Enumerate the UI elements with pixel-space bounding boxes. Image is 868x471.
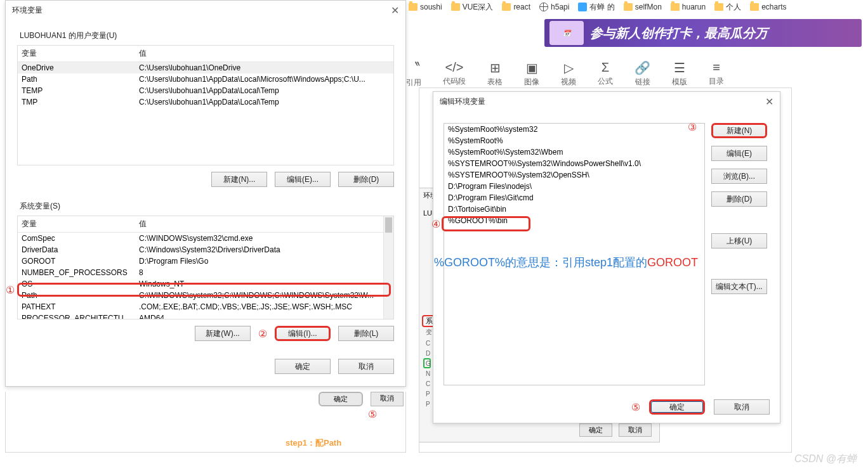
tb-video[interactable]: ▷视频 [561, 60, 576, 87]
ghost-ok-button[interactable]: 确定 [579, 423, 612, 437]
tb-template[interactable]: ☰模版 [672, 60, 687, 87]
table-row[interactable]: TMPC:\Users\lubohuan1\AppData\Local\Temp [18, 96, 393, 108]
banner-text: 参与新人创作打卡，最高瓜分万 [590, 25, 768, 42]
folder-icon [451, 3, 460, 11]
new-entry-button[interactable]: 新建(N) [711, 123, 767, 138]
close-icon[interactable]: ✕ [765, 96, 773, 108]
list-item-goroot[interactable]: %GOROOT%\bin [444, 215, 704, 226]
dialog-titlebar: 编辑环境变量 ✕ [433, 92, 780, 112]
bookmark-item[interactable]: react [502, 3, 530, 11]
video-icon: ▷ [564, 60, 574, 75]
quote-icon: 〝 [407, 59, 420, 76]
list-item[interactable]: D:\Program Files\Git\cmd [444, 192, 704, 203]
col-header-val: 值 [135, 46, 393, 61]
annotation-explain: %GOROOT%的意思是：引用step1配置的GOROOT [434, 255, 698, 270]
annot-step1: step1：配Path [286, 437, 341, 449]
table-row[interactable]: DriverDataC:\Windows\System32\Drivers\Dr… [18, 244, 393, 255]
bookmarks-bar: soushi VUE深入 react h5api 有蝉 的 selfMon hu… [406, 0, 868, 14]
table-row[interactable]: PathC:\Users\lubohuan1\AppData\Local\Mic… [18, 74, 393, 85]
table-row[interactable]: OSWindows_NT [18, 278, 393, 290]
table-row[interactable]: ComSpecC:\WINDOWS\system32\cmd.exe [18, 233, 393, 244]
cancel-button[interactable]: 取消 [338, 359, 394, 374]
sys-vars-table[interactable]: 变量 值 ComSpecC:\WINDOWS\system32\cmd.exe … [17, 216, 394, 319]
browse-button[interactable]: 浏览(B)... [711, 169, 767, 184]
user-vars-label: LUBOHUAN1 的用户变量(U) [17, 30, 394, 45]
annot-three: ③ [688, 121, 697, 133]
list-item[interactable]: %SYSTEMROOT%\System32\WindowsPowerShell\… [444, 158, 704, 169]
new-user-var-button[interactable]: 新建(N)... [211, 172, 267, 187]
delete-sys-var-button[interactable]: 删除(L) [338, 326, 394, 341]
col-header-val: 值 [135, 216, 393, 232]
site-icon [578, 3, 587, 11]
dialog-title: 环境变量 [12, 5, 43, 16]
table-icon: ⊞ [490, 60, 501, 75]
col-header-var: 变量 [18, 216, 135, 232]
annot-two: ② [258, 328, 267, 340]
table-row[interactable]: NUMBER_OF_PROCESSORS8 [18, 267, 393, 278]
bookmark-item[interactable]: soushi [409, 3, 442, 11]
list-item[interactable]: %SYSTEMROOT%\System32\OpenSSH\ [444, 169, 704, 181]
delete-entry-button[interactable]: 删除(D) [711, 191, 767, 207]
user-vars-table[interactable]: 变量 值 OneDriveC:\Users\lubohuan1\OneDrive… [17, 45, 394, 165]
table-row[interactable]: TEMPC:\Users\lubohuan1\AppData\Local\Tem… [18, 85, 393, 96]
table-row[interactable]: GOROOTD:\Program Files\Go [18, 255, 393, 267]
tb-image[interactable]: ▣图像 [524, 60, 539, 87]
table-row-path[interactable]: PathC:\WINDOWS\system32;C:\WINDOWS;C:\WI… [18, 290, 393, 301]
ghost-cancel-button-2[interactable]: 取消 [371, 392, 404, 406]
watermark: CSDN @有蝉 [794, 453, 857, 466]
folder-icon [671, 3, 680, 11]
code-icon: </> [445, 60, 464, 75]
annot-five: ⑤ [631, 401, 640, 413]
tb-link[interactable]: 🔗链接 [635, 60, 650, 87]
edit-sys-var-button[interactable]: 编辑(I)... [275, 326, 331, 341]
table-row[interactable]: PROCESSOR_ARCHITECTUREAMD64 [18, 313, 393, 319]
list-item[interactable]: D:\TortoiseGit\bin [444, 203, 704, 215]
bookmark-item[interactable]: huarun [671, 3, 706, 11]
tb-formula[interactable]: Σ公式 [598, 60, 613, 87]
bookmark-item[interactable]: 有蝉 的 [578, 2, 614, 13]
delete-user-var-button[interactable]: 删除(D) [338, 172, 394, 187]
bookmark-item[interactable]: echarts [750, 3, 786, 11]
list-item[interactable]: D:\Program Files\nodejs\ [444, 181, 704, 192]
ghost-ok-button-2[interactable]: 确定 [319, 392, 363, 406]
tb-code[interactable]: </>代码段 [443, 60, 466, 87]
bookmark-item[interactable]: 个人 [714, 2, 741, 13]
tb-table[interactable]: ⊞表格 [487, 60, 503, 87]
edit-user-var-button[interactable]: 编辑(E)... [275, 172, 331, 187]
dialog-titlebar: 环境变量 ✕ [6, 1, 405, 20]
cancel-button[interactable]: 取消 [714, 399, 770, 415]
tb-quote[interactable]: 〝引用 [406, 59, 421, 88]
promo-banner[interactable]: 📅 参与新人创作打卡，最高瓜分万 [544, 19, 862, 47]
table-row[interactable]: PATHEXT.COM;.EXE;.BAT;.CMD;.VBS;.VBE;.JS… [18, 301, 393, 313]
folder-icon [409, 3, 418, 11]
env-vars-dialog: 环境变量 ✕ LUBOHUAN1 的用户变量(U) 变量 值 OneDriveC… [5, 0, 406, 387]
path-entries-list[interactable]: %SystemRoot%\system32 %SystemRoot% %Syst… [444, 123, 705, 385]
toc-icon: ≡ [713, 60, 720, 75]
new-sys-var-button[interactable]: 新建(W)... [195, 326, 251, 341]
col-header-var: 变量 [18, 46, 135, 61]
edit-entry-button[interactable]: 编辑(E) [711, 146, 767, 161]
close-icon[interactable]: ✕ [391, 4, 399, 16]
ok-button[interactable]: 确定 [275, 359, 331, 374]
tb-toc[interactable]: ≡目录 [709, 60, 724, 87]
annot-one: ① [6, 284, 15, 296]
move-up-button[interactable]: 上移(U) [711, 233, 767, 248]
bookmark-item[interactable]: h5api [539, 3, 569, 11]
ghost-cancel-button[interactable]: 取消 [619, 423, 652, 437]
template-icon: ☰ [674, 60, 685, 75]
dialog-title: 编辑环境变量 [440, 96, 485, 107]
list-item[interactable]: %SystemRoot% [444, 135, 704, 146]
folder-icon [714, 3, 723, 11]
folder-icon [750, 3, 759, 11]
banner-image: 📅 [549, 21, 584, 45]
list-item[interactable]: %SystemRoot%\System32\Wbem [444, 146, 704, 158]
folder-icon [624, 3, 633, 11]
editor-toolbar: 〝引用 </>代码段 ⊞表格 ▣图像 ▷视频 Σ公式 🔗链接 ☰模版 ≡目录 [406, 58, 862, 89]
bookmark-item[interactable]: VUE深入 [451, 2, 494, 13]
scrollbar[interactable] [383, 216, 393, 319]
edit-text-button[interactable]: 编辑文本(T)... [711, 279, 767, 294]
bookmark-item[interactable]: selfMon [624, 3, 662, 11]
table-row[interactable]: OneDriveC:\Users\lubohuan1\OneDrive [18, 62, 393, 74]
ok-button[interactable]: 确定 [649, 399, 705, 415]
list-item[interactable]: %SystemRoot%\system32 [444, 124, 704, 135]
